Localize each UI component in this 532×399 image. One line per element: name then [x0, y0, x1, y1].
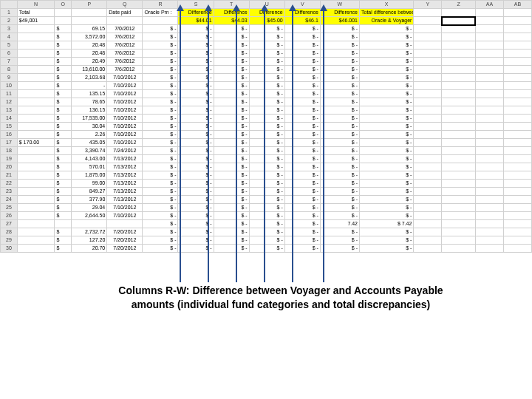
cell-W[interactable]: $ - — [320, 58, 359, 66]
cell-N[interactable] — [17, 82, 55, 90]
row-number[interactable]: 4 — [1, 33, 18, 41]
cell-AA[interactable] — [475, 74, 503, 82]
cell-R[interactable]: $ - — [143, 171, 178, 180]
cell-Q[interactable]: 7/6/2012 — [107, 41, 143, 50]
cell-V[interactable]: $ - — [284, 90, 320, 98]
cell-AA[interactable] — [475, 228, 503, 236]
cell-Z[interactable] — [442, 98, 476, 106]
cell-P[interactable]: 2,103.68 — [72, 74, 107, 82]
cell-O[interactable]: $ — [55, 236, 72, 245]
cell-AB[interactable] — [503, 212, 531, 220]
cell-N2[interactable]: $49,001 — [17, 17, 55, 25]
cell-AB[interactable] — [503, 82, 531, 90]
cell-P[interactable]: 13,610.00 — [72, 66, 107, 74]
cell-R[interactable]: $ - — [143, 220, 178, 228]
cell-X[interactable]: $ - — [360, 196, 414, 204]
row-number[interactable]: 24 — [1, 196, 18, 204]
cell-AA[interactable] — [475, 41, 503, 50]
cell-T[interactable]: $ - — [214, 204, 249, 212]
cell-AA[interactable] — [475, 236, 503, 245]
cell-AA[interactable] — [475, 82, 503, 90]
cell-R[interactable]: $ - — [143, 147, 178, 155]
cell-Q[interactable]: 7/10/2012 — [107, 106, 143, 115]
cell-AA[interactable] — [475, 147, 503, 155]
cell-T[interactable]: $ - — [214, 196, 249, 204]
col-header-X[interactable]: X — [360, 1, 414, 9]
cell-Z[interactable] — [442, 147, 476, 155]
cell-O[interactable]: $ — [55, 123, 72, 131]
cell-N[interactable] — [17, 123, 55, 131]
cell-Y[interactable] — [414, 115, 442, 123]
cell-T[interactable]: $ - — [214, 180, 249, 188]
cell-T[interactable]: $ - — [214, 33, 249, 41]
cell-T[interactable]: $ - — [214, 188, 249, 196]
cell-Z[interactable] — [442, 220, 476, 228]
cell-AB[interactable] — [503, 196, 531, 204]
cell-W[interactable]: $ - — [320, 25, 359, 33]
cell-P[interactable]: 78.65 — [72, 98, 107, 106]
cell-N[interactable] — [17, 66, 55, 74]
cell-U[interactable]: $ - — [249, 245, 284, 253]
cell-V[interactable]: $ - — [284, 123, 320, 131]
row-number[interactable]: 7 — [1, 58, 18, 66]
cell-P[interactable]: 1,875.00 — [72, 171, 107, 180]
cell-Z[interactable] — [442, 74, 476, 82]
cell-Y1[interactable] — [414, 9, 442, 17]
cell-W[interactable]: $ - — [320, 245, 359, 253]
cell-T[interactable]: $ - — [214, 58, 249, 66]
cell-Y[interactable] — [414, 41, 442, 50]
cell-Z[interactable] — [442, 163, 476, 171]
cell-U[interactable]: $ - — [249, 98, 284, 106]
cell-Z[interactable] — [442, 82, 476, 90]
row-number[interactable]: 23 — [1, 188, 18, 196]
cell-T[interactable]: $ - — [214, 131, 249, 139]
cell-U[interactable]: $ - — [249, 106, 284, 115]
cell-Q[interactable]: 7/10/2012 — [107, 82, 143, 90]
cell-O[interactable]: $ — [55, 204, 72, 212]
row-number[interactable]: 3 — [1, 25, 18, 33]
cell-R[interactable]: $ - — [143, 25, 178, 33]
cell-AA[interactable] — [475, 106, 503, 115]
cell-V[interactable]: $ - — [284, 188, 320, 196]
cell-X[interactable]: $ - — [360, 171, 414, 180]
cell-X[interactable]: $ - — [360, 204, 414, 212]
cell-V[interactable]: $ - — [284, 163, 320, 171]
cell-T[interactable]: $ - — [214, 139, 249, 147]
cell-O[interactable]: $ — [55, 58, 72, 66]
cell-Y[interactable] — [414, 131, 442, 139]
cell-R[interactable]: $ - — [143, 41, 178, 50]
cell-Y[interactable] — [414, 82, 442, 90]
cell-N[interactable] — [17, 115, 55, 123]
cell-W[interactable]: $ - — [320, 82, 359, 90]
cell-V[interactable]: $ - — [284, 228, 320, 236]
cell-Q[interactable]: 7/20/2012 — [107, 228, 143, 236]
col-header-Z[interactable]: Z — [442, 1, 476, 9]
cell-X[interactable]: $ - — [360, 155, 414, 163]
cell-W[interactable]: $ - — [320, 196, 359, 204]
cell-N[interactable] — [17, 106, 55, 115]
col-header-AA[interactable]: AA — [475, 1, 503, 9]
cell-Z[interactable] — [442, 245, 476, 253]
cell-Q[interactable]: 7/6/2012 — [107, 33, 143, 41]
cell-Y[interactable] — [414, 106, 442, 115]
cell-X[interactable]: $ - — [360, 90, 414, 98]
cell-X[interactable]: $ - — [360, 82, 414, 90]
cell-T[interactable]: $ - — [214, 98, 249, 106]
row-number[interactable]: 26 — [1, 212, 18, 220]
cell-W[interactable]: $ - — [320, 33, 359, 41]
cell-O[interactable]: $ — [55, 188, 72, 196]
cell-W[interactable]: 7.42 — [320, 220, 359, 228]
cell-R[interactable]: $ - — [143, 33, 178, 41]
cell-T[interactable]: $ - — [214, 82, 249, 90]
row-number[interactable]: 8 — [1, 66, 18, 74]
cell-AB[interactable] — [503, 163, 531, 171]
cell-AA[interactable] — [475, 188, 503, 196]
cell-P[interactable]: 30.04 — [72, 123, 107, 131]
cell-U[interactable]: $ - — [249, 228, 284, 236]
cell-Z[interactable] — [442, 228, 476, 236]
cell-AB[interactable] — [503, 106, 531, 115]
cell-O[interactable]: $ — [55, 98, 72, 106]
cell-X[interactable]: $ - — [360, 123, 414, 131]
cell-X[interactable]: $ - — [360, 212, 414, 220]
cell-R[interactable]: $ - — [143, 82, 178, 90]
